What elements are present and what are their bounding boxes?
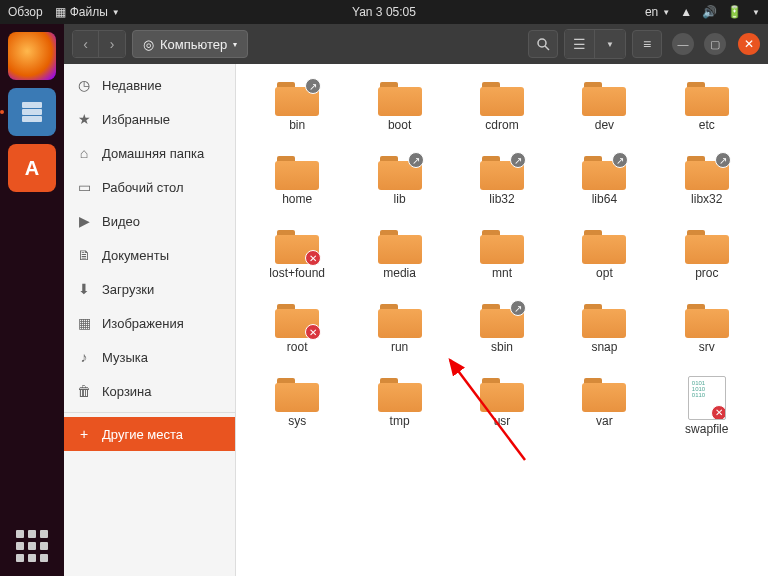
folder-item[interactable]: dev (553, 80, 655, 154)
folder-item[interactable]: sys (246, 376, 348, 450)
view-options-button[interactable]: ▼ (595, 30, 625, 58)
sidebar-item[interactable]: ♪Музыка (64, 340, 235, 374)
item-label: media (383, 266, 416, 280)
folder-icon (275, 376, 319, 412)
folder-item[interactable]: proc (656, 228, 758, 302)
chevron-down-icon: ▼ (112, 8, 120, 17)
folder-item[interactable]: ↗sbin (451, 302, 553, 376)
item-label: dev (595, 118, 614, 132)
sidebar-item[interactable]: ▶Видео (64, 204, 235, 238)
sidebar-item-label: Домашняя папка (102, 146, 204, 161)
folder-item[interactable]: etc (656, 80, 758, 154)
folder-item[interactable]: var (553, 376, 655, 450)
app-menu-icon: ▦ (55, 5, 66, 19)
folder-item[interactable]: opt (553, 228, 655, 302)
folder-icon (378, 80, 422, 116)
item-label: bin (289, 118, 305, 132)
folder-icon: ↗ (685, 154, 729, 190)
folder-icon (378, 302, 422, 338)
input-source[interactable]: en ▼ (645, 5, 670, 19)
app-menu-label: Файлы (70, 5, 108, 19)
folder-icon (685, 302, 729, 338)
symlink-badge-icon: ↗ (408, 152, 424, 168)
sidebar-icon: ★ (76, 111, 92, 127)
back-button[interactable]: ‹ (73, 31, 99, 57)
sidebar-item[interactable]: ▭Рабочий стол (64, 170, 235, 204)
clock[interactable]: Yan 3 05:05 (352, 5, 416, 19)
folder-icon (582, 228, 626, 264)
sidebar-item-label: Загрузки (102, 282, 154, 297)
folder-icon (582, 376, 626, 412)
system-menu-chevron[interactable]: ▼ (752, 8, 760, 17)
maximize-button[interactable]: ▢ (704, 33, 726, 55)
sidebar-icon: 🗑 (76, 383, 92, 399)
plus-icon: + (76, 426, 92, 442)
item-label: lib (394, 192, 406, 206)
folder-item[interactable]: snap (553, 302, 655, 376)
path-label: Компьютер (160, 37, 227, 52)
folder-icon: ✕ (275, 228, 319, 264)
sidebar-item[interactable]: ▦Изображения (64, 306, 235, 340)
folder-item[interactable]: media (348, 228, 450, 302)
path-bar[interactable]: ◎ Компьютер ▾ (132, 30, 248, 58)
battery-icon[interactable]: 🔋 (727, 5, 742, 19)
folder-icon: ↗ (480, 302, 524, 338)
file-item[interactable]: 010110100110✕swapfile (656, 376, 758, 450)
show-applications[interactable] (12, 526, 52, 566)
folder-item[interactable]: home (246, 154, 348, 228)
volume-icon[interactable]: 🔊 (702, 5, 717, 19)
dock-firefox[interactable] (8, 32, 56, 80)
dock: A (0, 24, 64, 576)
sidebar-item[interactable]: ★Избранные (64, 102, 235, 136)
folder-item[interactable]: ↗lib64 (553, 154, 655, 228)
folder-item[interactable]: ✕lost+found (246, 228, 348, 302)
sidebar-item[interactable]: ◷Недавние (64, 68, 235, 102)
folder-icon: ↗ (480, 154, 524, 190)
dock-files[interactable] (8, 88, 56, 136)
symlink-badge-icon: ↗ (305, 78, 321, 94)
symlink-badge-icon: ↗ (612, 152, 628, 168)
folder-item[interactable]: mnt (451, 228, 553, 302)
hamburger-menu[interactable]: ≡ (632, 30, 662, 58)
sidebar-item[interactable]: ⬇Загрузки (64, 272, 235, 306)
sidebar-item[interactable]: ⌂Домашняя папка (64, 136, 235, 170)
folder-item[interactable]: ↗bin (246, 80, 348, 154)
view-list-button[interactable]: ☰ (565, 30, 595, 58)
sidebar-item[interactable]: 🗑Корзина (64, 374, 235, 408)
item-label: lib64 (592, 192, 617, 206)
activities-button[interactable]: Обзор (8, 5, 43, 19)
sidebar-item-label: Корзина (102, 384, 152, 399)
app-menu[interactable]: ▦ Файлы ▼ (55, 5, 120, 19)
svg-rect-1 (22, 109, 42, 115)
search-button[interactable] (528, 30, 558, 58)
folder-item[interactable]: cdrom (451, 80, 553, 154)
sidebar-item[interactable]: 🗎Документы (64, 238, 235, 272)
dock-software[interactable]: A (8, 144, 56, 192)
forward-button[interactable]: › (99, 31, 125, 57)
folder-item[interactable]: ✕root (246, 302, 348, 376)
chevron-down-icon: ▼ (662, 8, 670, 17)
network-icon[interactable]: ▲ (680, 5, 692, 19)
folder-icon (480, 376, 524, 412)
folder-item[interactable]: run (348, 302, 450, 376)
item-label: srv (699, 340, 715, 354)
search-icon (536, 37, 550, 51)
minimize-button[interactable]: — (672, 33, 694, 55)
item-label: swapfile (685, 422, 728, 436)
folder-item[interactable]: boot (348, 80, 450, 154)
icon-view[interactable]: ↗binbootcdromdevetchome↗lib↗lib32↗lib64↗… (236, 64, 768, 576)
folder-item[interactable]: usr (451, 376, 553, 450)
folder-item[interactable]: ↗lib (348, 154, 450, 228)
folder-item[interactable]: ↗libx32 (656, 154, 758, 228)
item-label: proc (695, 266, 718, 280)
item-label: root (287, 340, 308, 354)
item-label: home (282, 192, 312, 206)
folder-item[interactable]: ↗lib32 (451, 154, 553, 228)
folder-item[interactable]: tmp (348, 376, 450, 450)
symlink-badge-icon: ↗ (510, 152, 526, 168)
folder-item[interactable]: srv (656, 302, 758, 376)
item-label: sys (288, 414, 306, 428)
sidebar-other-locations[interactable]: +Другие места (64, 417, 235, 451)
item-label: usr (494, 414, 511, 428)
close-button[interactable]: ✕ (738, 33, 760, 55)
